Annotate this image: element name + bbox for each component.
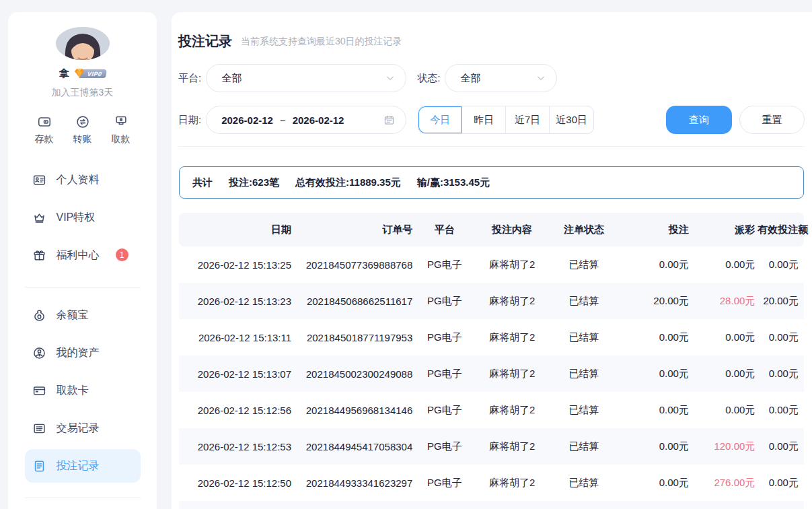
cell-valid: 0.00元 — [756, 259, 804, 271]
withdraw-icon — [114, 114, 128, 129]
platform-select[interactable]: 全部 — [206, 64, 406, 92]
list-doc-icon — [32, 421, 46, 436]
table-row: 2026-02-12 15:12:502021844933341623297PG… — [179, 465, 804, 501]
table-row: 2026-02-12 15:12:562021844956968134146PG… — [179, 392, 804, 428]
cell-payout: 120.00元 — [690, 440, 756, 453]
cell-platform: PG电子 — [414, 259, 475, 271]
cell-order: 2021845077369888768 — [293, 259, 414, 271]
id-card-icon — [32, 173, 46, 187]
date-end: 2026-02-12 — [293, 114, 344, 126]
sidebar-item-bet-records[interactable]: 投注记录 — [25, 449, 141, 483]
reset-button[interactable]: 重置 — [739, 106, 805, 134]
quick-action-transfer[interactable]: 转账 — [73, 114, 92, 145]
table-row: 2026-02-12 15:13:252021845077369888768PG… — [179, 246, 804, 283]
date-label: 日期: — [178, 114, 201, 127]
cell-bet: 0.00元 — [619, 331, 690, 344]
cell-date: 2026-02-12 15:13:23 — [179, 296, 293, 307]
cell-payout: 276.00元 — [690, 477, 756, 489]
cell-status: 已结算 — [549, 259, 619, 271]
cell-order: 2021844933341623297 — [293, 477, 414, 489]
menu-divider — [25, 287, 141, 287]
sidebar-item-benefits[interactable]: 福利中心 1 — [25, 238, 141, 272]
filter-row-date: 日期: 2026-02-12 ~ 2026-02-12 今日 昨日 近7日 近 — [178, 106, 805, 134]
title-row: 投注记录 当前系统支持查询最近30日的投注记录 — [178, 27, 805, 50]
sidebar-item-profile[interactable]: 个人资料 — [25, 163, 141, 197]
table-header: 日期订单号平台投注内容注单状态投注派彩有效投注额 — [179, 213, 804, 246]
cell-bet: 0.00元 — [619, 477, 690, 489]
platform-selected-value: 全部 — [221, 72, 385, 85]
cell-payout: 0.00元 — [690, 404, 756, 417]
sidebar: 拿 VIP0 加入王博第3天 存款 转账 取款 — [8, 12, 157, 509]
cell-valid: 0.00元 — [756, 404, 804, 417]
status-select[interactable]: 全部 — [445, 64, 557, 92]
status-selected-value: 全部 — [460, 72, 536, 85]
quick-action-withdraw[interactable]: 取款 — [112, 114, 131, 145]
col-header: 日期 — [179, 224, 293, 236]
quick-action-deposit[interactable]: 存款 — [35, 114, 54, 145]
sidebar-item-vip[interactable]: VIP特权 — [25, 201, 141, 234]
table-body: 2026-02-12 15:13:252021845077369888768PG… — [179, 246, 804, 509]
join-days-text: 加入王博第3天 — [52, 87, 114, 99]
range-last30[interactable]: 近30日 — [550, 106, 593, 133]
gift-icon — [32, 248, 46, 263]
chevron-down-icon — [385, 73, 395, 83]
cell-status: 已结算 — [549, 295, 619, 308]
bets-table: 日期订单号平台投注内容注单状态投注派彩有效投注额 2026-02-12 15:1… — [179, 213, 804, 509]
cell-valid: 0.00元 — [756, 331, 804, 344]
cell-content: 麻将胡了2 — [475, 477, 549, 489]
cell-valid: 0.00元 — [756, 440, 804, 453]
cell-bet: 20.00元 — [619, 295, 690, 308]
page-title: 投注记录 — [178, 32, 232, 50]
crown-icon — [32, 211, 46, 225]
sidebar-item-yuebao[interactable]: 余额宝 — [25, 298, 141, 332]
cell-order: 2021845002300249088 — [293, 368, 414, 380]
calendar-icon[interactable] — [383, 114, 395, 126]
range-today[interactable]: 今日 — [418, 106, 462, 133]
table-row: 2026-02-12 15:13:072021845002300249088PG… — [179, 355, 804, 392]
filter-row-selects: 平台: 全部 状态: 全部 — [178, 64, 805, 92]
search-button[interactable]: 查询 — [666, 106, 732, 134]
cell-valid: 20.00元 — [756, 295, 804, 308]
cell-order: 2021844945417058304 — [293, 441, 414, 452]
table-row: 2026-02-12 15:12:532021844945417058304PG… — [179, 428, 804, 465]
filters-section: 平台: 全部 状态: 全部 日期: 2026-0 — [178, 64, 805, 147]
cell-order: 2021845018771197953 — [293, 332, 414, 343]
col-header: 派彩 — [690, 224, 756, 236]
cell-status: 已结算 — [549, 477, 619, 489]
date-range-input[interactable]: 2026-02-12 ~ 2026-02-12 — [206, 106, 406, 134]
col-header: 平台 — [414, 224, 475, 236]
cell-valid: 0.00元 — [756, 477, 804, 489]
cell-content: 麻将胡了2 — [475, 404, 549, 417]
sidebar-item-transactions[interactable]: 交易记录 — [25, 411, 141, 445]
sidebar-item-assets[interactable]: 我的资产 — [25, 336, 141, 370]
cell-content: 麻将胡了2 — [475, 440, 549, 453]
summary-valid-bets: 总有效投注:11889.35元 — [295, 176, 401, 189]
cell-date: 2026-02-12 15:13:25 — [179, 259, 293, 271]
quick-actions: 存款 转账 取款 — [35, 114, 131, 145]
col-header: 有效投注额 — [756, 224, 804, 236]
cell-bet: 0.00元 — [619, 440, 690, 453]
cell-payout: 28.00元 — [690, 295, 756, 308]
range-last7[interactable]: 近7日 — [506, 106, 550, 133]
cell-status: 已结算 — [549, 404, 619, 417]
col-header: 订单号 — [293, 224, 414, 236]
cell-platform: PG电子 — [414, 331, 475, 344]
cell-order: 2021844956968134146 — [293, 405, 414, 416]
page-subtitle: 当前系统支持查询最近30日的投注记录 — [241, 36, 402, 48]
cell-date: 2026-02-12 15:12:53 — [179, 441, 293, 452]
platform-label: 平台: — [178, 72, 201, 85]
avatar — [56, 27, 110, 60]
summary-win-loss: 输/赢:3153.45元 — [417, 176, 490, 189]
user-row: 拿 VIP0 — [59, 67, 106, 80]
cell-date: 2026-02-12 15:12:50 — [179, 477, 293, 489]
bet-doc-icon — [32, 459, 46, 473]
cell-payout: 0.00元 — [690, 259, 756, 271]
menu-divider — [25, 498, 141, 498]
wallet-icon — [37, 114, 52, 129]
cell-order: 2021845068662511617 — [293, 296, 414, 307]
sidebar-item-withdraw-card[interactable]: 取款卡 — [25, 374, 141, 407]
range-yesterday[interactable]: 昨日 — [462, 106, 506, 133]
cell-status: 已结算 — [549, 440, 619, 453]
summary-label: 共计 — [192, 176, 213, 189]
page: 拿 VIP0 加入王博第3天 存款 转账 取款 — [0, 0, 812, 509]
